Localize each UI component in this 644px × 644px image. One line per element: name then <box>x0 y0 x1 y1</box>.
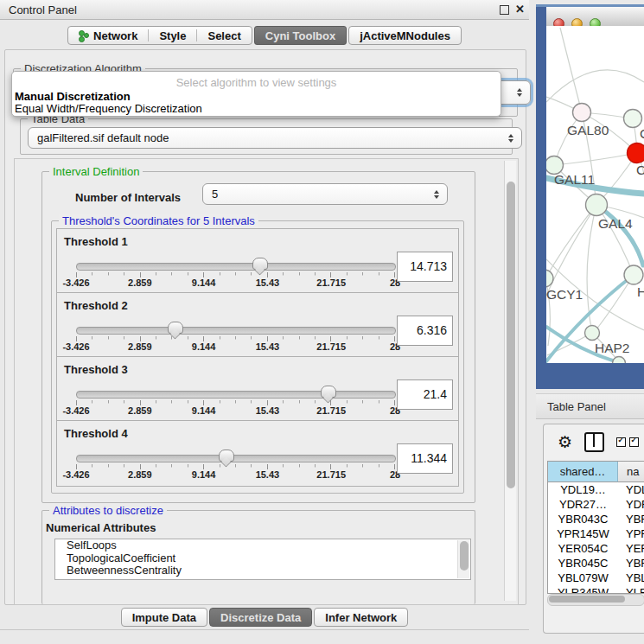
tab-select[interactable]: Select <box>197 27 251 44</box>
table-cell[interactable]: YDR2 <box>618 497 644 512</box>
column-header-name[interactable]: na <box>618 462 644 482</box>
table-cell[interactable]: YBL0 <box>618 571 644 585</box>
tab-discretize-data[interactable]: Discretize Data <box>209 608 312 627</box>
combo-arrows-icon <box>434 190 439 199</box>
float-window-icon[interactable] <box>500 5 509 15</box>
table-cell[interactable]: YER0 <box>618 541 644 556</box>
threshold-1-value-field[interactable]: 14.713 <box>397 252 453 282</box>
threshold-2-slider-thumb[interactable] <box>168 322 183 334</box>
tab-network[interactable]: Network <box>68 27 148 44</box>
table-cell[interactable]: YDL1 <box>618 482 644 497</box>
interval-definition-label: Interval Definition <box>49 165 143 178</box>
network-window-titlebar[interactable] <box>546 7 644 27</box>
threshold-1-slider-thumb[interactable] <box>252 258 268 270</box>
tick-label: 9.144 <box>192 341 216 352</box>
table-cell[interactable]: YBL079W <box>548 571 618 585</box>
list-item[interactable]: SelfLoops <box>55 539 470 552</box>
node-top-right[interactable] <box>624 110 642 128</box>
table-data-combo[interactable]: galFiltered.sif default node <box>28 127 522 149</box>
table-cell[interactable]: YBR0 <box>618 512 644 526</box>
slider-tick-labels: -3.426 2.859 9.144 15.43 21.715 28 <box>76 341 395 352</box>
checkbox-icon[interactable] <box>616 437 626 447</box>
node-hap2[interactable] <box>585 326 600 341</box>
table-horizontal-scrollbar[interactable] <box>547 594 644 606</box>
table-row[interactable]: YBR045C YBR0 <box>548 556 644 571</box>
settings-scrollbar[interactable] <box>504 161 516 601</box>
table-row[interactable]: YPR145W YPR1 <box>548 526 644 541</box>
node-h[interactable] <box>624 265 643 284</box>
numerical-attributes-list[interactable]: SelfLoops TopologicalCoefficient Between… <box>54 539 471 580</box>
tick-label: 15.43 <box>256 469 280 480</box>
tab-jactivemnodules[interactable]: jActiveMNodules <box>348 26 462 45</box>
tick-label: 21.715 <box>316 341 346 352</box>
threshold-3-value-field[interactable]: 21.4 <box>397 379 453 410</box>
threshold-4-row: Threshold 4 -3.426 2.859 9.144 15.43 21.… <box>56 420 459 487</box>
node-bottom-partial[interactable] <box>613 357 626 364</box>
list-item[interactable]: TopologicalCoefficient <box>55 552 470 565</box>
table-row[interactable]: YER054C YER0 <box>548 541 644 556</box>
threshold-3-slider-thumb[interactable] <box>321 386 336 398</box>
node-label: C <box>636 163 644 177</box>
tab-infer-network[interactable]: Infer Network <box>314 608 408 627</box>
threshold-4-label: Threshold 4 <box>64 427 128 440</box>
table-row[interactable]: YDL19… YDL1 <box>548 482 644 497</box>
threshold-3-slider[interactable] <box>76 391 396 399</box>
dropdown-item-equal-width-frequency[interactable]: Equal Width/Frequency Discretization <box>15 102 202 115</box>
tick-label: 2.859 <box>128 341 152 352</box>
node-table: shared… na YDL19… YDL1 YDR27… YDR2 YBR04… <box>547 461 644 594</box>
threshold-1-slider[interactable] <box>76 263 396 271</box>
table-row[interactable]: YBL079W YBL0 <box>548 571 644 585</box>
close-icon[interactable]: ✕ <box>515 3 525 16</box>
table-cell[interactable]: YPR145W <box>548 526 618 541</box>
table-row[interactable]: YLR345W YLR3 <box>548 585 644 594</box>
thresholds-coordinates-group: Threshold's Coordinates for 5 Intervals … <box>51 220 464 494</box>
list-item[interactable]: BetweennessCentrality <box>55 564 470 577</box>
gear-icon[interactable]: ⚙ <box>558 434 572 450</box>
tick-label: 21.715 <box>316 469 346 480</box>
algorithm-settings-area: Interval Definition Number of Intervals … <box>14 158 519 605</box>
number-of-intervals-combo[interactable]: 5 <box>202 183 448 205</box>
table-cell[interactable]: YBR045C <box>548 556 618 571</box>
tick-label: 15.43 <box>256 277 280 288</box>
table-horizontal-scrollbar-thumb[interactable] <box>549 596 625 603</box>
table-cell[interactable]: YDR27… <box>548 497 618 512</box>
table-cell[interactable]: YPR1 <box>618 526 644 541</box>
tab-style[interactable]: Style <box>149 27 196 44</box>
node-selected-red[interactable] <box>628 143 644 163</box>
checkbox-icon[interactable] <box>629 437 639 447</box>
threshold-4-value-field[interactable]: 11.344 <box>397 443 453 474</box>
network-canvas[interactable]: GAL80 G C GAL11 GAL4 GCY1 H HAP2 <box>546 26 644 363</box>
node-gal4[interactable] <box>586 194 608 216</box>
table-row[interactable]: YDR27… YDR2 <box>548 497 644 512</box>
threshold-4-slider[interactable] <box>76 455 396 462</box>
node-gal80[interactable] <box>573 104 591 122</box>
node-gcy1[interactable] <box>546 270 553 287</box>
tab-impute-data[interactable]: Impute Data <box>121 608 207 627</box>
threshold-3-row: Threshold 3 -3.426 2.859 9.144 15.43 21.… <box>56 356 459 423</box>
threshold-2-value-field[interactable]: 6.316 <box>397 316 453 346</box>
table-panel-title: Table Panel <box>536 400 606 413</box>
table-cell[interactable]: YDL19… <box>548 482 618 497</box>
threshold-2-slider[interactable] <box>76 327 396 335</box>
tick-label: 15.43 <box>256 405 280 416</box>
tab-cyni-toolbox-label: Cyni Toolbox <box>265 29 335 42</box>
control-panel-titlebar: Control Panel <box>0 0 529 20</box>
tab-network-label: Network <box>93 29 137 42</box>
tick-label: 2.859 <box>128 405 152 416</box>
tab-cyni-toolbox[interactable]: Cyni Toolbox <box>254 26 347 45</box>
table-row[interactable]: YBR043C YBR0 <box>548 512 644 526</box>
control-panel-tabbar: Network Style Select Cyni Toolbox jActiv… <box>0 26 529 45</box>
split-columns-icon[interactable] <box>584 432 604 452</box>
table-cell[interactable]: YLR3 <box>618 585 644 594</box>
attributes-scrollbar[interactable] <box>457 540 469 578</box>
table-cell[interactable]: YLR345W <box>548 585 618 594</box>
table-cell[interactable]: YER054C <box>548 541 618 556</box>
table-cell[interactable]: YBR043C <box>548 512 618 526</box>
table-cell[interactable]: YBR0 <box>618 556 644 571</box>
settings-scrollbar-thumb[interactable] <box>507 182 515 488</box>
attributes-scrollbar-thumb[interactable] <box>460 541 469 571</box>
checkbox-group <box>616 437 639 447</box>
threshold-4-slider-thumb[interactable] <box>219 450 234 462</box>
column-header-shared-name[interactable]: shared… <box>548 462 618 482</box>
dropdown-item-manual-discretization[interactable]: Manual Discretization <box>15 90 131 103</box>
